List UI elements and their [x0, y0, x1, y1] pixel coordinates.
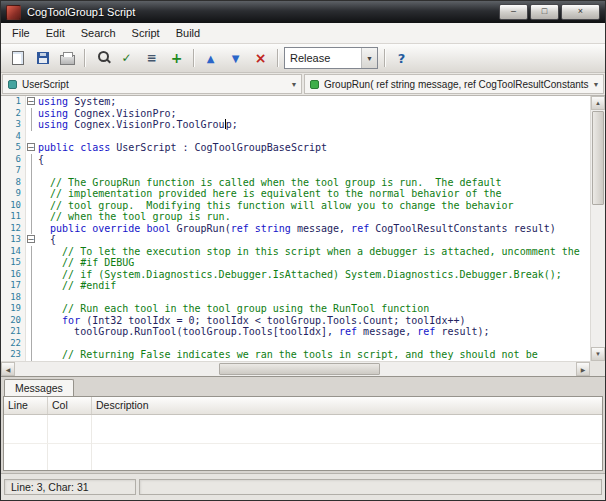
- line-number: 7: [1, 165, 26, 177]
- code-line[interactable]: 13 {: [1, 234, 590, 246]
- insert-snippet-button[interactable]: +: [164, 46, 189, 70]
- fold-margin: [26, 177, 38, 189]
- scroll-left-arrow[interactable]: ◀: [1, 362, 15, 376]
- app-icon: [6, 5, 21, 20]
- menu-search[interactable]: Search: [73, 24, 124, 42]
- close-button[interactable]: ×: [561, 4, 600, 20]
- code-line[interactable]: 3using Cognex.VisionPro.ToolGroup;: [1, 119, 590, 131]
- column-header-col[interactable]: Col: [48, 397, 92, 414]
- code-text: public override bool GroupRun(ref string…: [38, 223, 590, 235]
- line-number: 8: [1, 177, 26, 189]
- status-spacer: [139, 479, 602, 495]
- script-options-button[interactable]: ≡: [139, 46, 164, 70]
- code-text: // implementation provided here is equiv…: [38, 188, 590, 200]
- delete-button[interactable]: ×: [248, 46, 273, 70]
- fold-margin: [26, 165, 38, 177]
- check-script-button[interactable]: ✓: [114, 46, 139, 70]
- help-button[interactable]: ?: [389, 46, 414, 70]
- code-text: {: [38, 154, 590, 166]
- save-icon: [37, 52, 49, 64]
- script-icon: ≡: [146, 51, 156, 65]
- build-configuration-dropdown[interactable]: Release ▼: [284, 47, 378, 69]
- down-arrow-icon: ▼: [232, 53, 240, 64]
- code-line[interactable]: 17 // #endif: [1, 280, 590, 292]
- object-dropdown[interactable]: UserScript ▼: [2, 74, 302, 94]
- code-line[interactable]: 14 // To let the execution stop in this …: [1, 246, 590, 258]
- code-text: public class UserScript : CogToolGroupBa…: [38, 142, 590, 154]
- maximize-button[interactable]: □: [530, 4, 559, 20]
- toolbar-separator: [84, 49, 85, 67]
- titlebar[interactable]: CogToolGroup1 Script – □ ×: [1, 1, 605, 23]
- fold-margin: [26, 326, 38, 338]
- menu-edit[interactable]: Edit: [38, 24, 73, 42]
- fold-toggle-icon[interactable]: [26, 234, 38, 246]
- code-line[interactable]: 8 // The GroupRun function is called whe…: [1, 177, 590, 189]
- move-up-button[interactable]: ▲: [198, 46, 223, 70]
- messages-table-header: Line Col Description: [4, 397, 602, 415]
- column-header-description[interactable]: Description: [92, 397, 602, 414]
- vertical-scroll-thumb[interactable]: [592, 111, 604, 205]
- code-lines: 1using System;2using Cognex.VisionPro;3u…: [1, 96, 590, 361]
- code-line[interactable]: 2using Cognex.VisionPro;: [1, 108, 590, 120]
- code-line[interactable]: 5public class UserScript : CogToolGroupB…: [1, 142, 590, 154]
- horizontal-scrollbar[interactable]: ◀ ▶: [1, 361, 590, 376]
- code-line[interactable]: 4: [1, 131, 590, 143]
- code-area[interactable]: 1using System;2using Cognex.VisionPro;3u…: [1, 96, 590, 361]
- menu-script[interactable]: Script: [124, 24, 168, 42]
- toolbar-separator: [277, 49, 278, 67]
- code-line[interactable]: 6{: [1, 154, 590, 166]
- scroll-down-arrow[interactable]: ▼: [591, 347, 605, 361]
- code-line[interactable]: 15 // #if DEBUG: [1, 257, 590, 269]
- code-line[interactable]: 12 public override bool GroupRun(ref str…: [1, 223, 590, 235]
- code-line[interactable]: 10 // tool group. Modifying this functio…: [1, 200, 590, 212]
- minimize-button[interactable]: –: [499, 4, 528, 20]
- code-line[interactable]: 23 // Returning False indicates we ran t…: [1, 349, 590, 361]
- code-line[interactable]: 9 // implementation provided here is equ…: [1, 188, 590, 200]
- window-controls: – □ ×: [499, 4, 600, 20]
- code-editor[interactable]: 1using System;2using Cognex.VisionPro;3u…: [1, 96, 605, 376]
- code-line[interactable]: 22: [1, 338, 590, 350]
- tab-messages[interactable]: Messages: [4, 379, 74, 396]
- code-line[interactable]: 18: [1, 292, 590, 304]
- code-text: // tool group. Modifying this function w…: [38, 200, 590, 212]
- menu-file[interactable]: File: [4, 24, 38, 42]
- horizontal-scroll-thumb[interactable]: [219, 363, 380, 375]
- code-line[interactable]: 19 // Run each tool in the tool group us…: [1, 303, 590, 315]
- line-number: 21: [1, 326, 26, 338]
- print-button[interactable]: [55, 46, 80, 70]
- line-number: 14: [1, 246, 26, 258]
- menubar: File Edit Search Script Build: [1, 23, 605, 44]
- menu-build[interactable]: Build: [168, 24, 208, 42]
- code-line[interactable]: 1using System;: [1, 96, 590, 108]
- scroll-up-arrow[interactable]: ▲: [591, 96, 605, 110]
- new-button[interactable]: [5, 46, 30, 70]
- line-number: 20: [1, 315, 26, 327]
- scroll-right-arrow[interactable]: ▶: [576, 362, 590, 376]
- fold-margin: [26, 188, 38, 200]
- column-header-line[interactable]: Line: [4, 397, 48, 414]
- move-down-button[interactable]: ▼: [223, 46, 248, 70]
- code-line[interactable]: 21 toolGroup.RunTool(toolGroup.Tools[too…: [1, 326, 590, 338]
- find-icon: [98, 51, 109, 62]
- chevron-down-icon: ▼: [361, 48, 377, 68]
- code-line[interactable]: 20 for (Int32 toolIdx = 0; toolIdx < too…: [1, 315, 590, 327]
- fold-margin: [26, 223, 38, 235]
- find-button[interactable]: [89, 46, 114, 70]
- fold-toggle-icon[interactable]: [26, 142, 38, 154]
- line-number: 5: [1, 142, 26, 154]
- member-dropdown[interactable]: GroupRun( ref string message, ref CogToo…: [304, 74, 604, 94]
- toolbar: ✓ ≡ + ▲ ▼ × Release ▼ ?: [1, 44, 605, 73]
- code-text: // when the tool group is run.: [38, 211, 590, 223]
- line-number: 3: [1, 119, 26, 131]
- vertical-scrollbar[interactable]: ▲ ▼: [590, 96, 605, 361]
- code-line[interactable]: 7: [1, 165, 590, 177]
- fold-toggle-icon[interactable]: [26, 96, 38, 108]
- messages-table-body[interactable]: [4, 415, 602, 470]
- check-script-icon: ✓: [121, 51, 131, 65]
- code-line[interactable]: 11 // when the tool group is run.: [1, 211, 590, 223]
- line-number: 4: [1, 131, 26, 143]
- code-text: for (Int32 toolIdx = 0; toolIdx < toolGr…: [38, 315, 590, 327]
- line-number: 10: [1, 200, 26, 212]
- save-button[interactable]: [30, 46, 55, 70]
- code-line[interactable]: 16 // if (System.Diagnostics.Debugger.Is…: [1, 269, 590, 281]
